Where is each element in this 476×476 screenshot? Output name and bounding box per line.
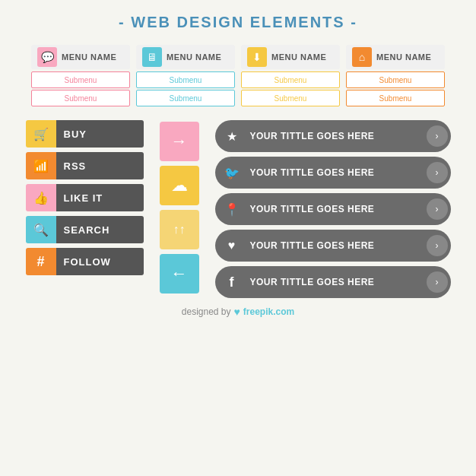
nav-item-1[interactable]: 💬 MENU NAME Submenu Submenu xyxy=(31,45,130,106)
pill-arrow-2: › xyxy=(427,162,448,183)
search-icon: 🔍 xyxy=(26,216,56,243)
submenu-1-2[interactable]: Submenu xyxy=(31,90,130,106)
submenu-4-1[interactable]: Submenu xyxy=(346,71,445,88)
pill-button-4[interactable]: ♥ YOUR TITTLE GOES HERE › xyxy=(215,230,451,262)
footer-designed-text: designed by xyxy=(182,306,231,317)
submenu-3-2[interactable]: Submenu xyxy=(241,90,340,106)
arrow-cloud-button[interactable]: ☁ xyxy=(160,166,199,205)
arrow-buttons-group: → ☁ ↑↑ ← xyxy=(153,120,206,298)
action-buttons-group: 🛒 BUY 📶 RSS 👍 LIKE IT 🔍 SEARCH # FOLLOW xyxy=(26,120,144,298)
pill-button-2[interactable]: 🐦 YOUR TITTLE GOES HERE › xyxy=(215,157,451,189)
pill-arrow-3: › xyxy=(427,198,448,220)
pill-text-2: YOUR TITTLE GOES HERE xyxy=(250,167,427,178)
heart-icon: ♥ xyxy=(218,232,246,259)
rss-button[interactable]: 📶 RSS xyxy=(26,152,144,179)
pill-text-3: YOUR TITTLE GOES HERE xyxy=(250,204,427,214)
nav-label-3: MENU NAME xyxy=(271,52,326,62)
pill-buttons-group: ★ YOUR TITTLE GOES HERE › 🐦 YOUR TITTLE … xyxy=(215,120,451,298)
rss-label: RSS xyxy=(56,152,144,179)
nav-submenu-4: Submenu Submenu xyxy=(346,71,445,106)
nav-item-3[interactable]: ⬇ MENU NAME Submenu Submenu xyxy=(241,45,340,106)
nav-submenu-1: Submenu Submenu xyxy=(31,71,130,106)
nav-label-2: MENU NAME xyxy=(167,52,221,62)
pill-text-5: YOUR TITTLE GOES HERE xyxy=(250,277,427,287)
rss-icon: 📶 xyxy=(26,152,56,179)
pill-text-4: YOUR TITTLE GOES HERE xyxy=(250,240,427,251)
nav-icon-4: ⌂ xyxy=(352,47,372,67)
submenu-1-1[interactable]: Submenu xyxy=(31,71,130,88)
footer: designed by ♥ freepik.com xyxy=(182,306,294,318)
page-title: - WEB DESIGN ELEMENTS - xyxy=(119,14,357,31)
nav-item-4[interactable]: ⌂ MENU NAME Submenu Submenu xyxy=(346,45,445,106)
submenu-2-1[interactable]: Submenu xyxy=(136,71,235,88)
nav-icon-2: 🖥 xyxy=(142,47,162,67)
nav-bar: 💬 MENU NAME Submenu Submenu 🖥 MENU NAME … xyxy=(15,45,461,106)
thumbs-up-icon: 👍 xyxy=(26,184,56,211)
footer-heart-icon: ♥ xyxy=(234,306,240,318)
pill-text-1: YOUR TITTLE GOES HERE xyxy=(250,131,427,141)
pill-arrow-4: › xyxy=(427,235,448,256)
like-label: LIKE IT xyxy=(56,184,144,211)
pill-button-5[interactable]: f YOUR TITTLE GOES HERE › xyxy=(215,266,451,298)
nav-label-4: MENU NAME xyxy=(376,52,431,62)
nav-item-2[interactable]: 🖥 MENU NAME Submenu Submenu xyxy=(136,45,235,106)
nav-submenu-3: Submenu Submenu xyxy=(241,71,340,106)
bottom-section: 🛒 BUY 📶 RSS 👍 LIKE IT 🔍 SEARCH # FOLLOW … xyxy=(15,120,461,298)
pill-arrow-1: › xyxy=(427,125,448,147)
arrow-right-button[interactable]: → xyxy=(160,122,199,161)
facebook-icon: f xyxy=(218,268,246,296)
like-button[interactable]: 👍 LIKE IT xyxy=(26,184,144,211)
arrow-left-button[interactable]: ← xyxy=(160,254,199,294)
nav-icon-1: 💬 xyxy=(37,47,57,67)
submenu-4-2[interactable]: Submenu xyxy=(346,90,445,106)
search-label: SEARCH xyxy=(56,216,144,243)
nav-submenu-2: Submenu Submenu xyxy=(136,71,235,106)
pill-button-3[interactable]: 📍 YOUR TITTLE GOES HERE › xyxy=(215,193,451,225)
location-icon: 📍 xyxy=(218,195,246,223)
nav-label-1: MENU NAME xyxy=(62,52,116,62)
arrow-up-button[interactable]: ↑↑ xyxy=(160,210,199,249)
twitter-icon: 🐦 xyxy=(218,159,246,186)
submenu-3-1[interactable]: Submenu xyxy=(241,71,340,88)
buy-button[interactable]: 🛒 BUY xyxy=(26,120,144,148)
follow-button[interactable]: # FOLLOW xyxy=(26,248,144,275)
star-icon: ★ xyxy=(218,122,246,150)
follow-label: FOLLOW xyxy=(56,248,144,275)
pill-arrow-5: › xyxy=(427,271,448,293)
submenu-2-2[interactable]: Submenu xyxy=(136,90,235,106)
cart-icon: 🛒 xyxy=(26,120,56,148)
footer-link[interactable]: freepik.com xyxy=(243,306,294,317)
search-button[interactable]: 🔍 SEARCH xyxy=(26,216,144,243)
pill-button-1[interactable]: ★ YOUR TITTLE GOES HERE › xyxy=(215,120,451,152)
hashtag-icon: # xyxy=(26,248,56,275)
buy-label: BUY xyxy=(56,120,144,148)
nav-icon-3: ⬇ xyxy=(247,47,267,67)
